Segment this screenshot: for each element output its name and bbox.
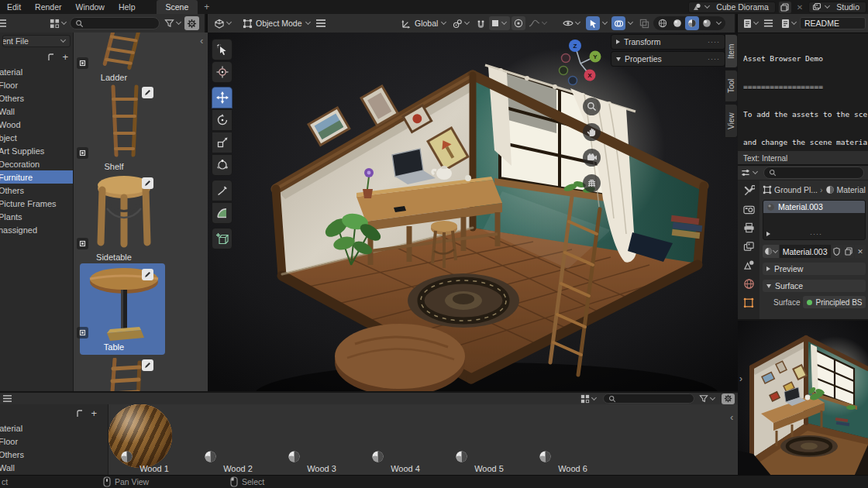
display-mode-button[interactable] [48,16,70,30]
material-slot-list[interactable]: Material.003 ···· [763,200,866,240]
pivot-point-selector[interactable] [451,16,473,30]
add-catalog-button[interactable]: + [91,410,97,418]
tab-view-layer-icon[interactable] [743,241,755,252]
editor-type-button[interactable] [212,16,235,30]
filter-settings-button[interactable] [722,393,735,404]
tool-rotate[interactable] [212,109,232,131]
menu-help[interactable]: Help [112,2,143,12]
catalog-item-floor[interactable]: Floor [0,435,108,448]
drag-handle-icon[interactable]: ···· [708,38,720,46]
catalog-item-wall[interactable]: Wall [0,105,73,118]
catalog-item-material[interactable]: Material [0,421,108,435]
new-scene-button[interactable] [779,2,791,13]
catalog-item-others2[interactable]: Others [0,184,73,197]
show-overlays-toggle[interactable] [611,16,625,30]
filter-button[interactable] [698,392,718,406]
snap-magnet-icon[interactable] [474,16,487,30]
menu-edit[interactable]: Edit [0,2,28,12]
tab-tool-icon[interactable] [743,185,755,197]
tab-tool[interactable]: Tool [725,70,738,102]
shading-material-preview-button[interactable] [685,16,699,30]
panel-properties[interactable]: Properties ···· [611,51,725,67]
collapse-region-icon[interactable]: ‹ [730,414,733,421]
tab-item[interactable]: Item [725,34,738,68]
catalog-item-furniture[interactable]: Furniture [0,170,73,184]
viewport-menus-icon[interactable] [314,16,328,30]
filter-button[interactable] [163,16,184,30]
tab-object-icon[interactable] [743,297,754,308]
tool-transform[interactable] [212,154,232,176]
catalog-item-decoration[interactable]: Decoration [0,157,73,170]
surface-panel-header[interactable]: Surface [763,280,866,292]
collapse-region-icon[interactable]: ‹ [200,37,203,45]
text-name-field[interactable]: README [800,17,866,29]
xray-toggle[interactable] [637,16,651,30]
panel-transform[interactable]: Transform ···· [611,34,725,50]
display-mode-button[interactable] [579,392,600,406]
editor-type-button[interactable] [740,168,760,178]
viewport-canvas[interactable]: Z Y X Transform ···· Properties ···· Ite… [208,33,738,391]
specials-menu-icon[interactable] [766,232,770,236]
add-workspace-button[interactable]: + [198,2,215,12]
drag-handle-icon[interactable]: ···· [708,55,720,63]
breadcrumb-object[interactable]: Ground Pl... [774,185,818,194]
copy-material-icon[interactable] [843,245,854,258]
catalog-item-wood[interactable]: Wood [0,118,73,131]
navigation-gizmo[interactable]: Z Y X [555,36,606,87]
fake-user-shield-icon[interactable] [832,245,842,258]
text-datablock-icon[interactable] [780,16,800,30]
catalog-item-plants[interactable]: Plants [0,210,73,223]
camera-view-button[interactable] [583,149,601,167]
expand-region-icon[interactable]: › [739,373,742,384]
unlink-material-button[interactable]: ✕ [855,245,866,258]
mode-selector[interactable]: Object Mode [241,16,314,30]
tool-annotate[interactable] [212,180,232,201]
asset-wood-6[interactable] [108,404,172,468]
text-editor[interactable]: Asset Browser Demo ================== To… [738,33,868,164]
catalog-item-material[interactable]: Material [0,65,73,78]
tab-view[interactable]: View [725,104,738,138]
asset-source-selector[interactable]: Current File [2,35,71,47]
tab-scene[interactable]: Scene [157,0,198,14]
text-content[interactable]: Asset Browser Demo ================== To… [743,36,868,151]
view-layer-selector[interactable]: Studio [808,2,866,13]
tool-cursor[interactable] [212,61,232,83]
catalog-item-picture-frames[interactable]: Picture Frames [0,197,73,210]
editor-type-menu-icon[interactable] [0,19,8,28]
browse-material-button[interactable] [763,245,779,258]
tab-scene-icon[interactable] [743,259,755,270]
new-catalog-icon[interactable] [48,53,58,62]
surface-shader-button[interactable]: Principled BS [803,296,866,308]
asset-search-input[interactable] [603,393,694,404]
menu-render[interactable]: Render [28,2,68,12]
breadcrumb-material[interactable]: Material [837,185,866,194]
tab-render-icon[interactable] [743,204,755,215]
filter-settings-button[interactable] [184,16,199,30]
show-gizmo-toggle[interactable] [586,16,600,30]
tab-output-icon[interactable] [743,222,755,233]
catalog-item-art-supplies[interactable]: Art Supplies [0,144,73,157]
catalog-item-object[interactable]: Object [0,131,73,144]
scene-selector[interactable]: Cube Diorama [688,2,776,13]
catalog-item-unassigned[interactable]: Unassigned [0,223,73,236]
tool-measure[interactable] [212,202,232,224]
falloff-curve-icon[interactable] [527,16,550,30]
snap-settings-button[interactable] [489,16,510,30]
tab-world-icon[interactable] [743,278,755,290]
camera-preview-viewport[interactable]: › [738,319,868,475]
zoom-button[interactable] [583,98,601,115]
catalog-item-others[interactable]: Others [0,91,73,105]
unlink-scene-button[interactable]: ✕ [794,3,805,12]
resize-grip-icon[interactable]: ···· [810,230,822,238]
new-catalog-icon[interactable] [77,410,87,418]
visibility-filter-button[interactable] [561,16,584,30]
catalog-item-floor[interactable]: Floor [0,78,73,91]
orthographic-toggle-button[interactable] [583,174,601,192]
material-slot-selected[interactable]: Material.003 [763,201,865,213]
material-name-field[interactable]: Material.003 [780,245,831,258]
properties-search-input[interactable] [763,167,864,179]
asset-ladder-thumb[interactable] [84,33,164,71]
tool-select-box[interactable] [212,39,232,60]
menu-window[interactable]: Window [69,2,112,12]
tool-scale[interactable] [212,132,232,153]
